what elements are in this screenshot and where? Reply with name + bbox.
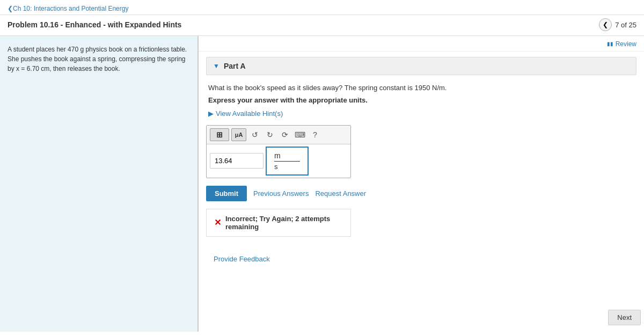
prev-button[interactable]: ❮ <box>599 18 612 31</box>
answer-input[interactable] <box>210 153 264 169</box>
question-text: What is the book's speed as it slides aw… <box>206 84 636 92</box>
answer-toolbar: ⊞ μA ↺ ↻ ⟳ ⌨ ? <box>207 126 350 144</box>
sidebar: A student places her 470 g physics book … <box>0 36 199 332</box>
request-answer-link[interactable]: Request Answer <box>315 189 366 198</box>
unit-denominator: s <box>274 163 278 171</box>
action-row: Submit Previous Answers Request Answer <box>206 186 636 201</box>
error-icon: ✕ <box>214 217 221 228</box>
part-section: ▼ Part A What is the book's speed as it … <box>206 57 636 268</box>
hints-link[interactable]: ▶ View Available Hint(s) <box>206 109 636 118</box>
unit-divider <box>274 161 300 162</box>
next-button[interactable]: Next <box>608 310 641 325</box>
error-box: ✕ Incorrect; Try Again; 2 attempts remai… <box>206 209 351 237</box>
unit-numerator: m <box>274 151 281 160</box>
previous-answers-link[interactable]: Previous Answers <box>253 189 309 198</box>
grid-button[interactable]: ⊞ <box>210 128 229 141</box>
submit-button[interactable]: Submit <box>206 186 247 201</box>
content-area: Review ▼ Part A What is the book's speed… <box>199 36 644 332</box>
nav-controls: ❮ 7 of 25 <box>599 18 636 31</box>
progress-indicator: 7 of 25 <box>615 21 636 29</box>
feedback-link[interactable]: Provide Feedback <box>214 255 270 263</box>
express-text: Express your answer with the appropriate… <box>206 96 636 104</box>
back-link[interactable]: ❮Ch 10: Interactions and Potential Energ… <box>8 5 128 12</box>
bottom-bar: Provide Feedback <box>206 250 636 268</box>
unit-display: m s <box>266 147 309 176</box>
part-label: Part A <box>224 62 246 70</box>
error-text: Incorrect; Try Again; 2 attempts remaini… <box>225 215 343 231</box>
answer-input-row: m s <box>207 144 350 178</box>
collapse-arrow[interactable]: ▼ <box>213 62 219 70</box>
problem-description: A student places her 470 g physics book … <box>8 45 190 74</box>
problem-title: Problem 10.16 - Enhanced - with Expanded… <box>8 20 181 29</box>
answer-box: ⊞ μA ↺ ↻ ⟳ ⌨ ? m s <box>206 125 351 178</box>
refresh-button[interactable]: ⟳ <box>279 128 291 141</box>
hints-label: View Available Hint(s) <box>216 109 283 118</box>
undo-button[interactable]: ↺ <box>248 128 261 141</box>
help-button[interactable]: ? <box>309 128 321 141</box>
part-header: ▼ Part A <box>206 57 636 75</box>
keyboard-button[interactable]: ⌨ <box>294 128 306 141</box>
mu-button[interactable]: μA <box>231 128 246 141</box>
hints-arrow: ▶ <box>208 109 214 118</box>
redo-button[interactable]: ↻ <box>264 128 276 141</box>
review-link[interactable]: Review <box>607 40 636 48</box>
